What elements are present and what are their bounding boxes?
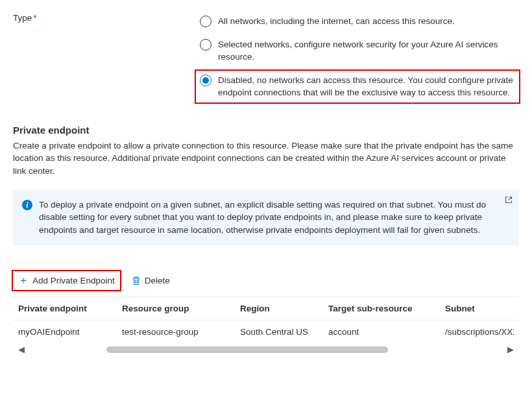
cell-target-sub-resource: account bbox=[328, 327, 445, 337]
endpoints-table: Private endpoint Resource group Region T… bbox=[13, 296, 519, 343]
radio-all-networks[interactable]: All networks, including the internet, ca… bbox=[196, 12, 519, 31]
delete-button-label: Delete bbox=[145, 276, 170, 285]
scrollbar-thumb[interactable] bbox=[106, 346, 388, 353]
cell-resource-group: test-resource-group bbox=[122, 327, 240, 337]
type-label-text: Type bbox=[13, 13, 32, 23]
private-endpoint-description: Create a private endpoint to allow a pri… bbox=[13, 139, 519, 178]
radio-label: All networks, including the internet, ca… bbox=[218, 15, 455, 28]
table-header-row: Private endpoint Resource group Region T… bbox=[13, 296, 519, 320]
radio-icon bbox=[200, 16, 212, 27]
info-icon: i bbox=[22, 200, 32, 210]
col-subnet[interactable]: Subnet bbox=[445, 304, 514, 313]
horizontal-scrollbar[interactable]: ◀ ▶ bbox=[13, 343, 519, 356]
col-region[interactable]: Region bbox=[240, 304, 328, 313]
info-callout: i To deploy a private endpoint on a give… bbox=[13, 189, 519, 246]
scroll-left-icon[interactable]: ◀ bbox=[16, 345, 27, 354]
required-star: * bbox=[33, 13, 36, 23]
cell-subnet: /subscriptions/XXXX- bbox=[445, 327, 514, 337]
radio-icon bbox=[200, 39, 212, 51]
scrollbar-track[interactable] bbox=[31, 346, 501, 353]
add-private-endpoint-button[interactable]: ＋ Add Private Endpoint bbox=[13, 271, 120, 290]
trash-icon bbox=[132, 276, 141, 285]
col-resource-group[interactable]: Resource group bbox=[122, 304, 240, 313]
radio-disabled[interactable]: Disabled, no networks can access this re… bbox=[196, 71, 519, 103]
cell-region: South Central US bbox=[240, 327, 328, 337]
radio-icon bbox=[200, 75, 212, 86]
radio-label: Selected networks, configure network sec… bbox=[218, 38, 515, 64]
cell-private-endpoint: myOAIEndpoint bbox=[18, 327, 122, 337]
radio-selected-networks[interactable]: Selected networks, configure network sec… bbox=[196, 35, 519, 67]
info-text: To deploy a private endpoint on a given … bbox=[39, 199, 497, 237]
radio-label: Disabled, no networks can access this re… bbox=[218, 74, 515, 99]
delete-button[interactable]: Delete bbox=[127, 273, 175, 288]
network-type-radio-group: All networks, including the internet, ca… bbox=[196, 12, 519, 106]
table-row[interactable]: myOAIEndpoint test-resource-group South … bbox=[13, 320, 519, 343]
private-endpoint-heading: Private endpoint bbox=[13, 125, 519, 136]
external-link-icon[interactable] bbox=[505, 195, 513, 208]
add-button-label: Add Private Endpoint bbox=[32, 276, 115, 285]
col-private-endpoint[interactable]: Private endpoint bbox=[18, 304, 122, 313]
scroll-right-icon[interactable]: ▶ bbox=[505, 345, 516, 354]
col-target-sub-resource[interactable]: Target sub-resource bbox=[328, 304, 445, 313]
type-field-label: Type* bbox=[13, 12, 196, 23]
plus-icon: ＋ bbox=[18, 274, 29, 287]
endpoint-toolbar: ＋ Add Private Endpoint Delete bbox=[13, 271, 519, 290]
